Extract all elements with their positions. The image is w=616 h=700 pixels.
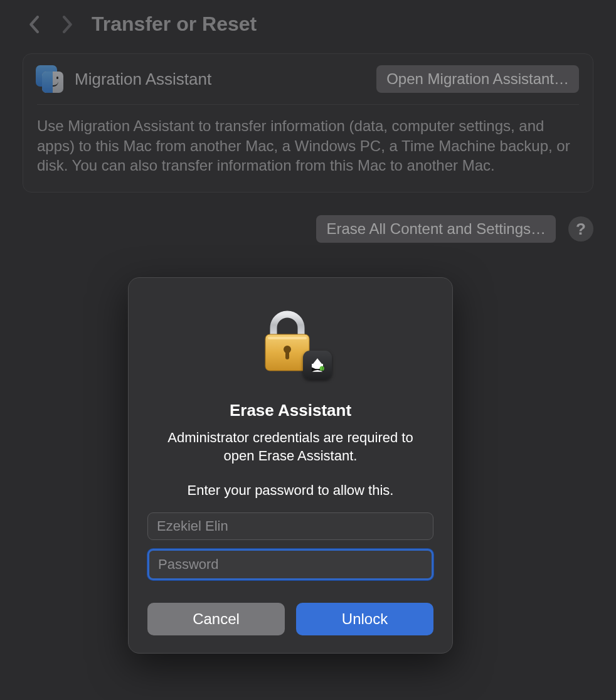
open-migration-assistant-button[interactable]: Open Migration Assistant… bbox=[376, 65, 579, 93]
migration-assistant-title: Migration Assistant bbox=[75, 70, 211, 89]
password-field[interactable] bbox=[147, 549, 433, 580]
svg-point-6 bbox=[320, 366, 324, 371]
auth-dialog-subtitle: Administrator credentials are required t… bbox=[159, 429, 422, 465]
lock-icon bbox=[253, 303, 328, 378]
forward-icon[interactable] bbox=[61, 16, 73, 33]
svg-rect-1 bbox=[268, 337, 307, 339]
svg-rect-3 bbox=[285, 351, 289, 359]
back-icon[interactable] bbox=[29, 16, 40, 33]
migration-assistant-icon bbox=[36, 65, 63, 93]
page-title: Transfer or Reset bbox=[92, 13, 257, 36]
help-button[interactable]: ? bbox=[568, 216, 593, 241]
migration-assistant-card: Migration Assistant Open Migration Assis… bbox=[23, 53, 593, 193]
cancel-button[interactable]: Cancel bbox=[147, 603, 285, 635]
preferences-header: Transfer or Reset bbox=[0, 0, 616, 53]
unlock-button[interactable]: Unlock bbox=[296, 603, 433, 635]
migration-assistant-description: Use Migration Assistant to transfer info… bbox=[23, 105, 593, 192]
auth-dialog-prompt: Enter your password to allow this. bbox=[188, 482, 394, 499]
erase-all-content-button[interactable]: Erase All Content and Settings… bbox=[316, 215, 556, 243]
username-field[interactable] bbox=[147, 512, 433, 540]
auth-dialog: Erase Assistant Administrator credential… bbox=[128, 277, 453, 654]
auth-dialog-title: Erase Assistant bbox=[230, 401, 351, 420]
erase-assistant-badge-icon bbox=[303, 351, 332, 379]
